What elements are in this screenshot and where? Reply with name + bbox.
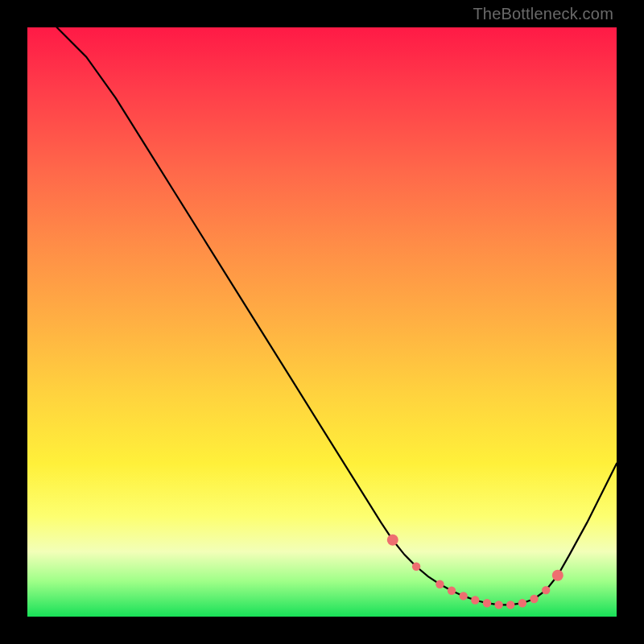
highlight-point	[552, 570, 564, 581]
highlight-point	[530, 595, 538, 603]
highlight-point	[412, 563, 420, 571]
chart-svg	[27, 27, 617, 617]
highlight-points-group	[387, 535, 564, 609]
highlight-point	[494, 601, 502, 609]
highlight-point	[542, 586, 550, 594]
highlight-point	[460, 592, 468, 600]
chart-frame: TheBottleneck.com	[0, 0, 644, 644]
highlight-point	[518, 599, 526, 607]
plot-area	[27, 27, 617, 617]
highlight-point	[387, 535, 398, 546]
main-curve	[57, 27, 617, 605]
highlight-point	[436, 580, 444, 588]
watermark-text: TheBottleneck.com	[473, 5, 613, 23]
highlight-point	[483, 599, 491, 607]
highlight-point	[506, 601, 514, 609]
highlight-point	[448, 587, 456, 595]
highlight-point	[471, 596, 479, 604]
